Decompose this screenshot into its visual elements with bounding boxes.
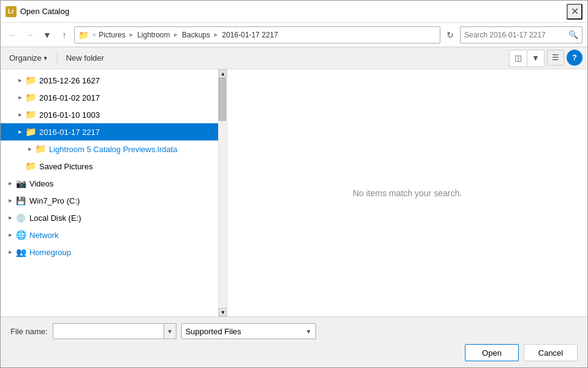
expand-icon: ► — [6, 247, 15, 257]
expand-icon: ► — [15, 93, 25, 102]
view-dropdown-button[interactable]: ▼ — [527, 50, 544, 66]
title-bar: Lr Open Catalog ✕ — [1, 1, 587, 23]
forward-button[interactable]: → — [23, 28, 37, 42]
search-icon: 🔍 — [568, 30, 578, 39]
drive-icon: 💾 — [15, 195, 26, 206]
scroll-thumb[interactable] — [219, 78, 226, 121]
path-segment-backups[interactable]: Backups — [182, 31, 210, 39]
open-button[interactable]: Open — [465, 344, 519, 361]
folder-icon: 📁 — [35, 144, 46, 155]
drive2-icon: 💿 — [15, 212, 26, 223]
view-icons-button[interactable]: ◫ — [510, 50, 527, 66]
organize-button[interactable]: Organize ▼ — [6, 52, 52, 64]
up-button[interactable]: ↑ — [57, 28, 72, 42]
recent-locations-button[interactable]: ▼ — [40, 28, 55, 42]
folder-icon: 📁 — [25, 161, 36, 172]
expand-icon: ► — [25, 144, 35, 154]
search-input[interactable] — [464, 31, 568, 39]
organize-arrow-icon: ▼ — [43, 55, 48, 61]
file-type-label: Supported Files — [186, 327, 241, 336]
tree-list: ► 📁 2015-12-26 1627 ► 📁 2016-01-02 2017 … — [1, 69, 218, 316]
homegroup-icon: 👥 — [15, 247, 26, 258]
expand-icon: ► — [15, 75, 25, 85]
open-catalog-dialog: Lr Open Catalog ✕ ← → ▼ ↑ 📁 « Pictures ►… — [0, 0, 588, 368]
item-label: 2015-12-26 1627 — [39, 76, 100, 85]
file-name-field-group: ▼ — [53, 323, 176, 339]
scrollbar[interactable]: ▲ ▼ — [218, 69, 227, 316]
tree-item-lr-previews[interactable]: ► 📁 Lightroom 5 Catalog Previews.lrdata — [1, 140, 218, 158]
app-icon: Lr — [6, 6, 17, 17]
file-name-input[interactable] — [53, 323, 164, 339]
tree-item-homegroup[interactable]: ► 👥 Homegroup — [1, 243, 218, 261]
expand-icon: ► — [6, 196, 15, 205]
tree-item-win7[interactable]: ► 💾 Win7_Pro (C:) — [1, 192, 218, 209]
videos-icon: 📷 — [15, 178, 26, 189]
action-buttons: Open Cancel — [10, 344, 578, 361]
item-label: Local Disk (E:) — [29, 213, 81, 223]
tree-item-videos[interactable]: ► 📷 Videos — [1, 175, 218, 192]
item-label: Homegroup — [29, 248, 71, 257]
path-folder-icon: 📁 — [78, 30, 89, 40]
path-segment-lightroom[interactable]: Lightroom — [137, 31, 170, 39]
new-folder-button[interactable]: New folder — [62, 52, 108, 64]
file-name-row: File name: ▼ Supported Files ▼ — [10, 323, 578, 339]
folder-icon: 📁 — [25, 126, 36, 137]
toolbar-right: ◫ ▼ ☰ ? — [509, 50, 582, 67]
expand-icon: ► — [6, 230, 15, 240]
item-label: Network — [29, 231, 59, 240]
content-area: ► 📁 2015-12-26 1627 ► 📁 2016-01-02 2017 … — [1, 69, 587, 316]
cancel-button[interactable]: Cancel — [524, 344, 578, 361]
tree-item-network[interactable]: ► 🌐 Network — [1, 226, 218, 243]
close-button[interactable]: ✕ — [567, 4, 582, 20]
address-path: 📁 « Pictures ► Lightroom ► Backups ► 201… — [74, 26, 440, 44]
tree-item-2016-02[interactable]: ► 📁 2016-01-02 2017 — [1, 89, 218, 106]
toolbar: Organize ▼ New folder ◫ ▼ ☰ ? — [1, 47, 587, 69]
network-icon: 🌐 — [15, 229, 26, 240]
empty-message: No items match your search. — [353, 188, 462, 198]
preview-pane-button[interactable]: ☰ — [547, 50, 564, 66]
item-label: 2016-01-02 2017 — [39, 93, 100, 102]
item-label: 2016-01-10 1003 — [39, 110, 100, 120]
tree-item-saved[interactable]: 📁 Saved Pictures — [1, 158, 218, 175]
search-box: 🔍 — [460, 26, 582, 44]
tree-item-2015[interactable]: ► 📁 2015-12-26 1627 — [1, 72, 218, 89]
dialog-title: Open Catalog — [20, 7, 567, 16]
address-bar: ← → ▼ ↑ 📁 « Pictures ► Lightroom ► Backu… — [1, 23, 587, 47]
file-name-dropdown-button[interactable]: ▼ — [164, 323, 176, 339]
tree-item-2016-17[interactable]: ► 📁 2016-01-17 2217 — [1, 123, 218, 140]
scroll-up-button[interactable]: ▲ — [219, 69, 227, 78]
file-type-select[interactable]: Supported Files ▼ — [181, 323, 316, 339]
item-label: Lightroom 5 Catalog Previews.lrdata — [49, 145, 178, 154]
expand-icon: ► — [6, 178, 15, 188]
item-label: Win7_Pro (C:) — [29, 196, 80, 205]
path-segment-pictures[interactable]: Pictures — [99, 31, 125, 39]
folder-icon: 📁 — [25, 109, 36, 120]
item-label: 2016-01-17 2217 — [39, 128, 100, 137]
scroll-track — [219, 78, 227, 308]
bottom-bar: File name: ▼ Supported Files ▼ Open Canc… — [1, 316, 587, 367]
item-label: Saved Pictures — [39, 162, 92, 171]
folder-icon: 📁 — [25, 75, 36, 86]
toolbar-separator — [57, 52, 58, 64]
expand-icon: ► — [15, 110, 25, 120]
expand-icon: ► — [15, 127, 25, 137]
file-name-label: File name: — [10, 327, 48, 336]
folder-icon: 📁 — [25, 92, 36, 103]
expand-icon: ► — [6, 213, 15, 223]
tree-item-2016-10[interactable]: ► 📁 2016-01-10 1003 — [1, 106, 218, 123]
tree-item-local-disk[interactable]: ► 💿 Local Disk (E:) — [1, 209, 218, 226]
back-button[interactable]: ← — [6, 28, 20, 42]
refresh-button[interactable]: ↻ — [443, 28, 458, 42]
item-label: Videos — [29, 179, 54, 188]
scroll-down-button[interactable]: ▼ — [219, 308, 227, 316]
file-type-arrow-icon: ▼ — [306, 328, 312, 335]
tree-panel: ► 📁 2015-12-26 1627 ► 📁 2016-01-02 2017 … — [1, 69, 227, 316]
right-panel: No items match your search. — [227, 69, 587, 316]
path-segment-current[interactable]: 2016-01-17 2217 — [222, 31, 278, 39]
help-button[interactable]: ? — [567, 50, 582, 66]
